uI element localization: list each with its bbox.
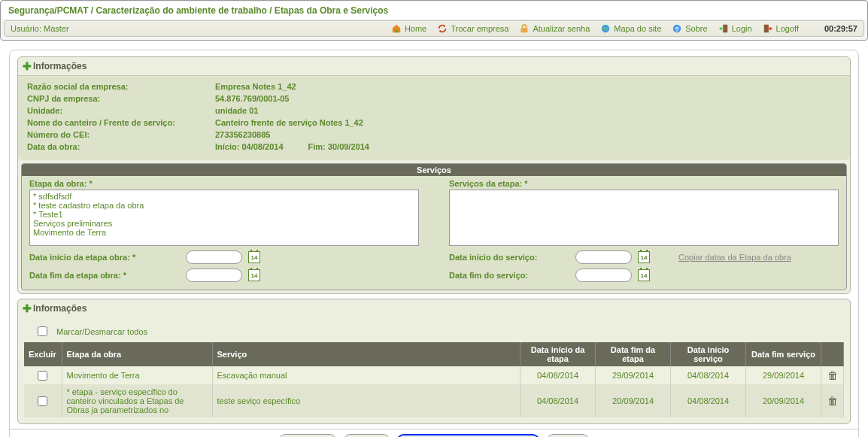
- cnpj-value: 54.876.769/0001-05: [215, 94, 289, 103]
- help-icon: ?: [672, 23, 682, 34]
- list-item[interactable]: * sdfsdfsdf: [32, 192, 417, 201]
- top-bar: Usuário: Master Home Trocar empresa Atua…: [4, 20, 864, 37]
- th-actions: [821, 342, 844, 366]
- top-nav: Home Trocar empresa Atualizar senha Mapa…: [391, 23, 857, 34]
- servicos-listbox[interactable]: [449, 190, 839, 246]
- mark-all-row: Marcar/Desmarcar todos: [24, 323, 844, 342]
- info-panel: ✚ Informações Razão social da empresa: E…: [17, 56, 851, 294]
- th-df-etapa: Data fim da etapa: [596, 342, 671, 366]
- data-fim-etapa-input[interactable]: [186, 269, 242, 282]
- table-row: * etapa - serviço específico do canteiro…: [24, 384, 844, 417]
- login-icon: [718, 23, 729, 34]
- data-inicio-etapa-label: Data início da etapa obra: *: [29, 253, 180, 262]
- cell-di-etapa: 04/08/2014: [520, 366, 596, 384]
- calendar-icon[interactable]: 14: [248, 269, 260, 281]
- calendar-icon[interactable]: 14: [638, 269, 650, 281]
- cell-di-etapa: 04/08/2014: [520, 384, 596, 417]
- cell-df-etapa: 29/09/2014: [596, 366, 671, 384]
- breadcrumb: Segurança/PCMAT / Caracterização do ambi…: [2, 2, 866, 19]
- th-servico: Serviço: [212, 342, 520, 366]
- mark-all-checkbox[interactable]: [38, 326, 47, 336]
- cei-label: Número do CEI:: [27, 130, 215, 139]
- servicos-column: Serviços da etapa: * Data início do serv…: [449, 179, 839, 282]
- th-df-servico: Data fim serviço: [746, 342, 821, 366]
- logoff-icon: [763, 23, 773, 34]
- row-checkbox[interactable]: [38, 371, 47, 381]
- svg-text:?: ?: [675, 26, 679, 33]
- data-inicio-etapa-input[interactable]: [186, 250, 242, 264]
- globe-icon: [600, 23, 611, 34]
- info-panel-header: ✚ Informações: [18, 57, 850, 75]
- nav-sobre-label: Sobre: [685, 24, 707, 33]
- etapa-obra-button[interactable]: Etapa obra/Serviços canteiro: [396, 434, 540, 437]
- session-timer: 00:29:57: [824, 24, 857, 33]
- nav-trocar-label: Trocar empresa: [451, 24, 508, 33]
- data-fim-servico-label: Data fim do serviço:: [449, 271, 569, 280]
- data-grid: Excluir Etapa da obra Serviço Data iníci…: [24, 342, 844, 417]
- data-inicio-servico-label: Data início do serviço:: [449, 253, 569, 262]
- mark-all-label: Marcar/Desmarcar todos: [56, 327, 147, 336]
- cell-df-serv: 20/09/2014: [746, 384, 821, 417]
- list-item[interactable]: Serviços preliminares: [32, 219, 417, 228]
- nav-home[interactable]: Home: [391, 23, 426, 34]
- cell-servico: Escavação manual: [212, 366, 520, 384]
- cei-value: 273356230885: [215, 130, 270, 139]
- plus-icon[interactable]: ✚: [23, 302, 32, 314]
- etapa-listbox[interactable]: * sdfsdfsdf * teste cadastro etapa da ob…: [29, 190, 419, 246]
- nav-atualizar-senha[interactable]: Atualizar senha: [519, 23, 590, 34]
- nav-logoff[interactable]: Logoff: [763, 23, 799, 34]
- row-checkbox[interactable]: [38, 396, 47, 406]
- lock-icon: [519, 23, 530, 34]
- calendar-icon[interactable]: 14: [638, 251, 650, 263]
- list-item[interactable]: * Teste1: [32, 210, 417, 219]
- etapa-column: Etapa da obra: * * sdfsdfsdf * teste cad…: [29, 179, 419, 282]
- nav-login[interactable]: Login: [718, 23, 752, 34]
- info-panel-2-title: Informações: [33, 303, 86, 314]
- confirmar-button[interactable]: Confirmar: [278, 434, 337, 437]
- nav-logoff-label: Logoff: [776, 24, 799, 33]
- info-panel-title: Informações: [33, 61, 86, 71]
- servicos-section: Serviços Etapa da obra: * * sdfsdfsdf * …: [21, 163, 847, 290]
- nav-senha-label: Atualizar senha: [533, 24, 590, 33]
- copiar-datas-link[interactable]: Copiar datas da Etapa da obra: [678, 253, 791, 262]
- data-inicio-servico-input[interactable]: [575, 250, 632, 264]
- cell-servico: teste seviço específico: [212, 384, 520, 417]
- list-item[interactable]: Movimento de Terra: [32, 228, 417, 237]
- trash-icon[interactable]: 🗑: [827, 395, 838, 407]
- nav-mapa-label: Mapa do site: [614, 24, 661, 33]
- list-item[interactable]: * teste cadastro etapa da obra: [32, 201, 417, 210]
- nav-sobre[interactable]: ? Sobre: [672, 23, 707, 34]
- cell-etapa: Movimento de Terra: [62, 366, 212, 384]
- unidade-value: unidade 01: [215, 106, 258, 115]
- trash-icon[interactable]: 🗑: [827, 369, 838, 381]
- data-fim-etapa-label: Data fim da etapa obra: *: [29, 271, 180, 280]
- content-area: ✚ Informações Razão social da empresa: E…: [9, 50, 859, 437]
- data-obra-inicio: Início: 04/08/2014: [215, 142, 284, 151]
- th-di-servico: Data início serviço: [671, 342, 746, 366]
- razao-social-label: Razão social da empresa:: [27, 82, 215, 91]
- cell-di-serv: 04/08/2014: [671, 366, 746, 384]
- info-panel-2: ✚ Informações Marcar/Desmarcar todos Exc…: [17, 299, 851, 424]
- calendar-icon[interactable]: 14: [248, 251, 260, 263]
- canteiro-label: Nome do canteiro / Frente de serviço:: [27, 118, 215, 127]
- cell-df-serv: 29/09/2014: [746, 366, 821, 384]
- servicos-header: Serviços: [22, 164, 846, 176]
- data-obra-label: Data da obra:: [27, 142, 215, 151]
- nav-login-label: Login: [732, 24, 752, 33]
- plus-icon[interactable]: ✚: [23, 60, 32, 72]
- data-fim-servico-input[interactable]: [575, 269, 632, 282]
- nav-trocar-empresa[interactable]: Trocar empresa: [437, 23, 508, 34]
- cnpj-label: CNPJ da empresa:: [27, 94, 215, 103]
- grid-container: Marcar/Desmarcar todos Excluir Etapa da …: [18, 317, 850, 423]
- unidade-label: Unidade:: [27, 106, 215, 115]
- cell-df-etapa: 20/09/2014: [596, 384, 671, 417]
- cell-etapa: * etapa - serviço específico do canteiro…: [62, 384, 212, 417]
- nav-home-label: Home: [405, 24, 426, 33]
- nav-mapa-site[interactable]: Mapa do site: [600, 23, 661, 34]
- excluir-button[interactable]: Excluir: [343, 434, 390, 437]
- voltar-button[interactable]: Voltar: [546, 434, 590, 437]
- th-di-etapa: Data início da etapa: [520, 342, 596, 366]
- home-icon: [391, 23, 402, 34]
- canteiro-value: Canteiro frente de serviço Notes 1_42: [215, 118, 363, 127]
- refresh-icon: [437, 23, 448, 34]
